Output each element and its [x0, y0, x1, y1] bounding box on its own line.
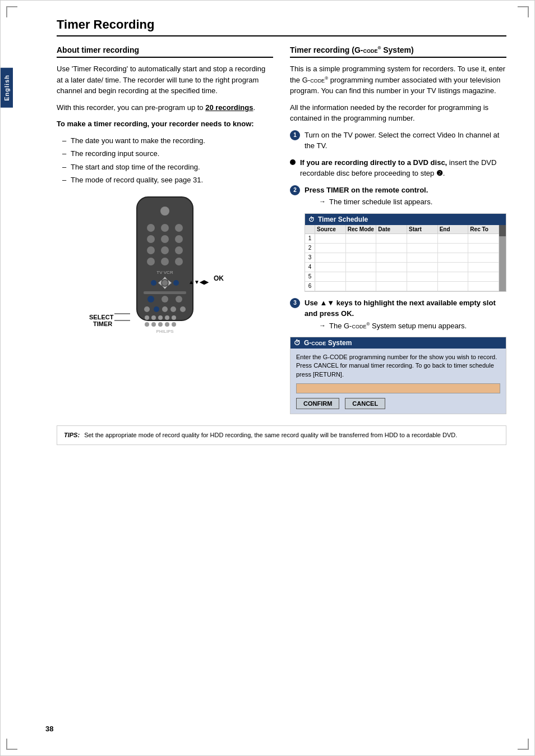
- ts-empty-col: [305, 225, 315, 233]
- svg-point-24: [147, 296, 154, 303]
- page-number: 38: [45, 725, 53, 733]
- svg-point-26: [176, 296, 182, 303]
- english-tab: English: [1, 68, 13, 108]
- ts-row-4: 4: [305, 263, 499, 272]
- svg-point-9: [161, 246, 169, 254]
- ts-row-1: 1: [305, 234, 499, 244]
- svg-point-5: [147, 235, 155, 243]
- remote-illustration: TV VCR: [57, 191, 273, 339]
- gcode-icon: ⏱: [294, 339, 301, 347]
- step-3-bold: Use ▲▼ keys to highlight the next availa…: [305, 299, 496, 318]
- right-intro2: All the information needed by the record…: [290, 102, 506, 124]
- label-lines: [86, 304, 142, 332]
- svg-point-20: [151, 280, 156, 286]
- ts-row-6: 6: [305, 282, 499, 291]
- main-content: About timer recording Use 'Timer Recordi…: [57, 45, 506, 414]
- svg-point-30: [170, 306, 176, 312]
- svg-point-40: [165, 322, 169, 327]
- gcode-instructions: Enter the G-CODE programming number for …: [296, 353, 500, 379]
- tips-text: Set the appropriate mode of record quali…: [84, 430, 457, 440]
- page-title: Timer Recording: [57, 17, 506, 36]
- bullet-circle: [290, 159, 296, 165]
- scrollbar-thumb[interactable]: [499, 225, 506, 236]
- col-end: End: [438, 225, 469, 233]
- step-2: 2 Press TIMER on the remote control. → T…: [290, 185, 506, 208]
- step-2-circle: 2: [290, 185, 300, 195]
- corner-bl: [6, 739, 17, 750]
- tips-label: TIPS:: [64, 430, 80, 440]
- gcode-system-box: ⏱ G-CODE System Enter the G-CODE program…: [290, 337, 506, 414]
- gcode-title: G-CODE System: [304, 339, 352, 347]
- svg-point-1: [160, 207, 169, 216]
- svg-point-34: [158, 315, 163, 320]
- recordings-end: .: [253, 103, 255, 112]
- step-3-sub: → The G-CODE® System setup menu appears.: [319, 320, 506, 332]
- list-item-4: The mode of record quality, see page 31.: [62, 175, 273, 186]
- svg-point-27: [144, 306, 150, 312]
- timer-schedule-box: ⏱ Timer Schedule Source Rec Mode Date St…: [305, 213, 506, 292]
- left-intro: Use 'Timer Recording' to automatically s…: [57, 63, 273, 97]
- step-bullet-text: If you are recording directly to a DVD d…: [300, 157, 506, 179]
- svg-point-2: [147, 224, 155, 232]
- corner-tr: [518, 6, 529, 17]
- list-item-2: The recording input source.: [62, 148, 273, 159]
- timer-schedule-data: Source Rec Mode Date Start End Rec To 1 …: [305, 225, 499, 291]
- svg-point-29: [162, 306, 168, 312]
- left-column: About timer recording Use 'Timer Recordi…: [57, 45, 273, 414]
- svg-point-11: [147, 258, 155, 265]
- gcode-input-field[interactable]: [296, 383, 500, 393]
- svg-point-36: [172, 315, 176, 320]
- step-2-sub: → The timer schedule list appears.: [319, 196, 506, 208]
- svg-point-6: [161, 235, 169, 243]
- col-date: Date: [376, 225, 407, 233]
- step-ref: ❷: [436, 169, 443, 177]
- step-3-circle: 3: [290, 298, 300, 308]
- svg-rect-23: [144, 291, 186, 294]
- list-item-3: The start and stop time of the recording…: [62, 162, 273, 173]
- timer-schedule-title: Timer Schedule: [318, 216, 368, 223]
- pre-program-text: With this recorder, you can pre-program …: [57, 102, 273, 113]
- svg-point-39: [158, 322, 163, 327]
- timer-schedule-table: Source Rec Mode Date Start End Rec To 1 …: [305, 225, 506, 291]
- timer-icon: ⏱: [308, 216, 315, 223]
- bullet-bold: If you are recording directly to a DVD d…: [300, 158, 447, 167]
- step-bullet: If you are recording directly to a DVD d…: [290, 157, 506, 179]
- cancel-button[interactable]: CANCEL: [345, 398, 385, 409]
- gcode-body: Enter the G-CODE programming number for …: [290, 349, 506, 414]
- step-1-circle: 1: [290, 130, 300, 140]
- gcode-header: ⏱ G-CODE System: [290, 337, 506, 349]
- scrollbar[interactable]: [499, 225, 506, 291]
- right-section-heading: Timer recording (G-CODE® System): [290, 45, 506, 58]
- svg-point-33: [151, 315, 156, 320]
- svg-point-28: [154, 306, 159, 312]
- svg-point-12: [161, 258, 169, 265]
- right-column: Timer recording (G-CODE® System) This is…: [290, 45, 506, 414]
- svg-text:TV VCR: TV VCR: [156, 270, 173, 275]
- ts-row-5: 5: [305, 272, 499, 282]
- svg-text:▲▼◀▶: ▲▼◀▶: [188, 279, 209, 285]
- svg-point-3: [161, 224, 169, 232]
- step-3: 3 Use ▲▼ keys to highlight the next avai…: [290, 297, 506, 332]
- step-1-text: Turn on the TV power. Select the correct…: [305, 130, 506, 152]
- svg-point-37: [145, 322, 149, 327]
- svg-point-4: [175, 224, 183, 232]
- svg-text:PHILIPS: PHILIPS: [156, 329, 174, 334]
- step-2-text: Press TIMER on the remote control. → The…: [305, 185, 506, 208]
- corner-tl: [6, 6, 17, 17]
- col-recto: Rec To: [468, 225, 499, 233]
- svg-point-25: [162, 296, 168, 303]
- col-recmode: Rec Mode: [346, 225, 377, 233]
- ts-row-2: 2: [305, 244, 499, 253]
- corner-br: [518, 739, 529, 750]
- svg-point-31: [180, 306, 186, 312]
- arrow-symbol: →: [319, 196, 326, 208]
- svg-point-7: [175, 235, 183, 243]
- requirements-list: The date you want to make the recording.…: [62, 135, 273, 186]
- tips-bar: TIPS: Set the appropriate mode of record…: [57, 425, 506, 445]
- svg-point-32: [145, 315, 149, 320]
- confirm-button[interactable]: CONFIRM: [296, 398, 339, 409]
- recordings-count: 20 recordings: [205, 103, 253, 112]
- step-3-text: Use ▲▼ keys to highlight the next availa…: [305, 297, 506, 332]
- page: English Timer Recording About timer reco…: [0, 0, 535, 756]
- ts-column-headers: Source Rec Mode Date Start End Rec To: [305, 225, 499, 234]
